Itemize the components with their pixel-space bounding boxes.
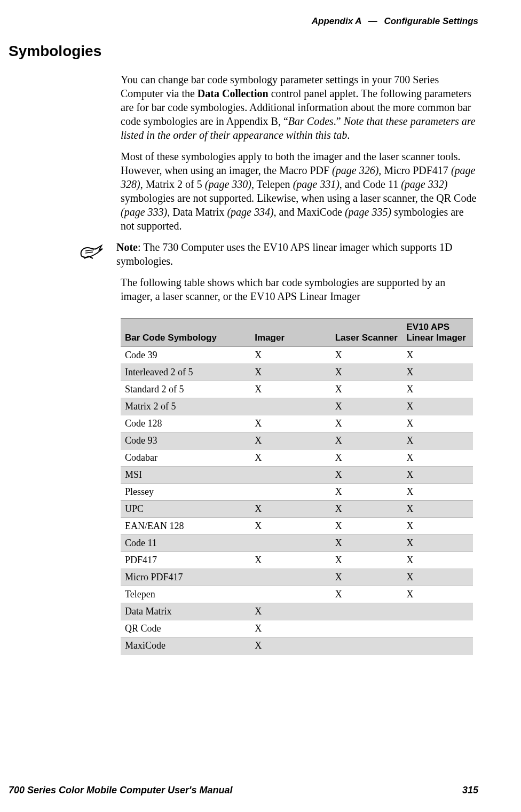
table-row: UPCXXX <box>121 501 473 518</box>
table-row: Micro PDF417XX <box>121 569 473 586</box>
header-dash: — <box>368 16 377 26</box>
page-content: Symbologies You can change bar code symb… <box>0 0 521 655</box>
footer-title: 700 Series Color Mobile Computer User's … <box>9 785 232 796</box>
note-body: : The 730 Computer uses the EV10 APS lin… <box>116 241 453 267</box>
table-row: QR CodeX <box>121 620 473 637</box>
paragraph-2: Most of these symbologies apply to both … <box>121 149 478 233</box>
table-cell: Plessey <box>121 484 250 501</box>
table-cell: X <box>402 501 473 518</box>
table-cell: X <box>250 620 330 637</box>
page-header: Appendix A — Configurable Settings <box>312 16 478 27</box>
para2-t6: symbologies are not supported. Likewise,… <box>121 192 476 204</box>
table-cell: X <box>250 347 330 364</box>
table-row: MaxiCodeX <box>121 637 473 655</box>
table-cell: Matrix 2 of 5 <box>121 398 250 415</box>
table-row: Code 128XXX <box>121 415 473 432</box>
table-cell <box>250 535 330 552</box>
table-cell <box>250 467 330 484</box>
table-cell: X <box>402 535 473 552</box>
table-cell: X <box>331 552 402 569</box>
table-cell: X <box>402 347 473 364</box>
table-cell: X <box>331 381 402 398</box>
table-cell: X <box>331 501 402 518</box>
table-cell: X <box>331 467 402 484</box>
paragraph-3: The following table shows which bar code… <box>121 275 478 303</box>
table-row: Code 93XXX <box>121 432 473 450</box>
table-cell: X <box>331 518 402 535</box>
para2-t5: , and Code 11 <box>340 178 401 190</box>
table-cell: EAN/EAN 128 <box>121 518 250 535</box>
table-cell: X <box>250 381 330 398</box>
table-row: Code 11XX <box>121 535 473 552</box>
table-cell: X <box>402 467 473 484</box>
table-cell: X <box>331 569 402 586</box>
table-body: Code 39XXXInterleaved 2 of 5XXXStandard … <box>121 347 473 655</box>
table-row: CodabarXXX <box>121 450 473 467</box>
table-cell: X <box>402 398 473 415</box>
table-cell: Code 128 <box>121 415 250 432</box>
table-cell: X <box>250 603 330 620</box>
table-row: PDF417XXX <box>121 552 473 569</box>
table-cell: X <box>331 415 402 432</box>
para2-i4: (page 331) <box>293 178 340 190</box>
table-row: Code 39XXX <box>121 347 473 364</box>
section-title: Symbologies <box>9 43 478 60</box>
table-cell <box>331 620 402 637</box>
para2-i8: (page 335) <box>345 206 391 218</box>
table-cell: Interleaved 2 of 5 <box>121 364 250 381</box>
svg-line-0 <box>85 250 94 251</box>
table-cell: X <box>250 637 330 655</box>
table-cell: Code 11 <box>121 535 250 552</box>
th-imager: Imager <box>250 319 330 347</box>
table-cell: Data Matrix <box>121 603 250 620</box>
table-cell: X <box>250 364 330 381</box>
para2-t8: , and MaxiCode <box>274 206 345 218</box>
table-cell: MaxiCode <box>121 637 250 655</box>
table-cell <box>250 569 330 586</box>
para2-t7: , Data Matrix <box>167 206 227 218</box>
table-cell: X <box>402 381 473 398</box>
para1-text3: .” <box>334 115 344 127</box>
table-cell <box>250 586 330 603</box>
table-cell: Code 39 <box>121 347 250 364</box>
table-cell: X <box>331 535 402 552</box>
th-ev10: EV10 APS Linear Imager <box>402 319 473 347</box>
para2-i6: (page 333) <box>121 206 167 218</box>
table-cell <box>331 603 402 620</box>
table-cell: X <box>402 518 473 535</box>
para2-t4: , Telepen <box>251 178 293 190</box>
table-cell: MSI <box>121 467 250 484</box>
table-cell: X <box>331 484 402 501</box>
table-cell: X <box>250 432 330 450</box>
table-cell: X <box>250 552 330 569</box>
table-row: Interleaved 2 of 5XXX <box>121 364 473 381</box>
table-cell: X <box>331 398 402 415</box>
table-cell: X <box>250 518 330 535</box>
table-cell: PDF417 <box>121 552 250 569</box>
para1-text4: . <box>347 129 350 141</box>
symbology-table: Bar Code Symbology Imager Laser Scanner … <box>121 318 473 655</box>
para2-t2: , Micro PDF417 <box>378 164 451 176</box>
table-cell: Standard 2 of 5 <box>121 381 250 398</box>
para2-i3: (page 330) <box>205 178 251 190</box>
table-cell: X <box>331 450 402 467</box>
table-cell <box>402 620 473 637</box>
table-cell: X <box>250 415 330 432</box>
para1-bold: Data Collection <box>198 88 269 99</box>
table-cell <box>402 603 473 620</box>
table-cell: X <box>402 586 473 603</box>
table-cell: X <box>402 415 473 432</box>
footer-page: 315 <box>462 785 478 796</box>
table-cell: X <box>402 364 473 381</box>
para1-italic1: Bar Codes <box>288 115 334 127</box>
table-cell: X <box>402 450 473 467</box>
table-cell <box>402 637 473 655</box>
table-row: Matrix 2 of 5XX <box>121 398 473 415</box>
table-cell: X <box>250 450 330 467</box>
table-row: MSIXX <box>121 467 473 484</box>
table-cell: X <box>402 569 473 586</box>
table-cell <box>250 398 330 415</box>
svg-line-1 <box>85 252 93 253</box>
table-cell: X <box>402 432 473 450</box>
table-row: Data MatrixX <box>121 603 473 620</box>
